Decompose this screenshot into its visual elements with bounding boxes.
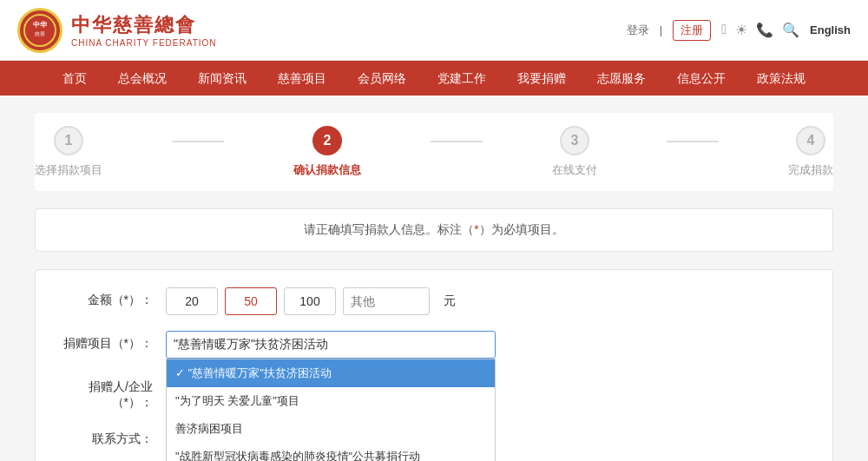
amount-btn-20[interactable]: 20 (166, 287, 218, 315)
divider: | (660, 23, 662, 36)
step-2: 2 确认捐款信息 (293, 126, 361, 178)
project-option-1[interactable]: "为了明天 关爱儿童"项目 (167, 387, 495, 415)
top-right-actions: 登录 | 注册  ☀ 📞 🔍 English (627, 20, 851, 41)
nav-item-总会概况[interactable]: 总会概况 (102, 61, 182, 95)
nav-item-首页[interactable]: 首页 (47, 61, 102, 95)
step-1-label: 选择捐款项目 (35, 162, 102, 178)
logo-area: 中华 慈善 中华慈善總會 CHINA CHARITY FEDERATION (17, 8, 217, 53)
language-toggle[interactable]: English (810, 23, 851, 36)
step-2-circle: 2 (312, 126, 342, 155)
amount-row: 金额（*）： 20 50 100 元 (62, 287, 806, 315)
amount-btn-100[interactable]: 100 (284, 287, 336, 315)
nav-item-新闻资讯[interactable]: 新闻资讯 (182, 61, 262, 95)
steps-indicator: 1 选择捐款项目 2 确认捐款信息 3 在线支付 4 完成捐款 (35, 113, 833, 191)
main-nav: 首页总会概况新闻资讯慈善项目会员网络党建工作我要捐赠志愿服务信息公开政策法规 (0, 61, 868, 95)
amount-other-input[interactable] (343, 287, 430, 315)
step-4: 4 完成捐款 (788, 126, 833, 178)
step-3-label: 在线支付 (552, 162, 597, 178)
search-icon[interactable]: 🔍 (782, 22, 799, 38)
amount-buttons-group: 20 50 100 元 (166, 287, 806, 315)
step-connector-1-2 (172, 141, 224, 142)
project-dropdown-menu: ✓ "慈善情暖万家"扶贫济困活动 "为了明天 关爱儿童"项目 善济病困项目 "战… (166, 359, 496, 461)
step-connector-2-3 (431, 141, 483, 142)
step-2-label: 确认捐款信息 (293, 162, 361, 178)
nav-item-党建工作[interactable]: 党建工作 (422, 61, 502, 95)
info-text: 请正确填写捐款人信息。标注（*）为必填项目。 (304, 222, 563, 236)
nav-item-我要捐赠[interactable]: 我要捐赠 (502, 61, 582, 95)
donor-label: 捐赠人/企业（*）： (62, 374, 166, 411)
project-option-3[interactable]: "战胜新型冠状病毒感染的肺炎疫情"公共募捐行动 (167, 443, 495, 461)
step-4-label: 完成捐款 (788, 162, 833, 178)
header: 中华 慈善 中华慈善總會 CHINA CHARITY FEDERATION 登录… (0, 0, 868, 61)
amount-unit: 元 (444, 293, 456, 309)
project-selected[interactable]: "慈善情暖万家"扶贫济困活动 (166, 331, 496, 359)
project-option-2[interactable]: 善济病困项目 (167, 415, 495, 443)
login-link[interactable]: 登录 (627, 23, 649, 38)
social-icons:  ☀ 📞 🔍 (721, 22, 799, 38)
logo-en: CHINA CHARITY FEDERATION (71, 38, 217, 48)
nav-item-政策法规[interactable]: 政策法规 (741, 61, 821, 95)
phone-icon[interactable]: 📞 (756, 22, 773, 38)
project-dropdown[interactable]: "慈善情暖万家"扶贫济困活动 ✓ "慈善情暖万家"扶贫济困活动 "为了明天 关爱… (166, 331, 496, 359)
step-1-circle: 1 (54, 126, 83, 155)
register-link[interactable]: 注册 (673, 20, 711, 41)
svg-text:中华: 中华 (33, 21, 48, 29)
weibo-icon[interactable]: ☀ (735, 22, 747, 38)
step-3-circle: 3 (560, 126, 589, 155)
svg-text:慈善: 慈善 (34, 30, 45, 36)
main-content: 1 选择捐款项目 2 确认捐款信息 3 在线支付 4 完成捐款 请正确填写捐款人… (0, 95, 868, 461)
amount-control: 20 50 100 元 (166, 287, 806, 315)
step-connector-3-4 (667, 141, 719, 142)
step-3: 3 在线支付 (552, 126, 597, 178)
donation-form: 金额（*）： 20 50 100 元 捐赠项目（*）： "慈善情暖万家"扶贫济困… (35, 269, 833, 461)
project-label: 捐赠项目（*）： (62, 331, 166, 352)
amount-label: 金额（*）： (62, 287, 166, 308)
nav-item-信息公开[interactable]: 信息公开 (661, 61, 741, 95)
nav-item-志愿服务[interactable]: 志愿服务 (582, 61, 661, 95)
svg-point-0 (24, 15, 56, 46)
logo-cn: 中华慈善總會 (71, 12, 217, 38)
amount-btn-50[interactable]: 50 (225, 287, 277, 315)
contact-label: 联系方式： (62, 426, 166, 447)
project-option-0[interactable]: ✓ "慈善情暖万家"扶贫济困活动 (167, 359, 495, 387)
logo-icon: 中华 慈善 (17, 8, 62, 53)
info-message: 请正确填写捐款人信息。标注（*）为必填项目。 (35, 208, 833, 252)
project-selected-text: "慈善情暖万家"扶贫济困活动 (174, 337, 328, 352)
nav-item-会员网络[interactable]: 会员网络 (342, 61, 422, 95)
logo-text: 中华慈善總會 CHINA CHARITY FEDERATION (71, 12, 217, 48)
step-4-circle: 4 (796, 126, 825, 155)
nav-item-慈善项目[interactable]: 慈善项目 (262, 61, 342, 95)
project-control: "慈善情暖万家"扶贫济困活动 ✓ "慈善情暖万家"扶贫济困活动 "为了明天 关爱… (166, 331, 806, 359)
step-1: 1 选择捐款项目 (35, 126, 102, 178)
project-row: 捐赠项目（*）： "慈善情暖万家"扶贫济困活动 ✓ "慈善情暖万家"扶贫济困活动… (62, 331, 806, 359)
wechat-icon[interactable]:  (721, 22, 727, 38)
